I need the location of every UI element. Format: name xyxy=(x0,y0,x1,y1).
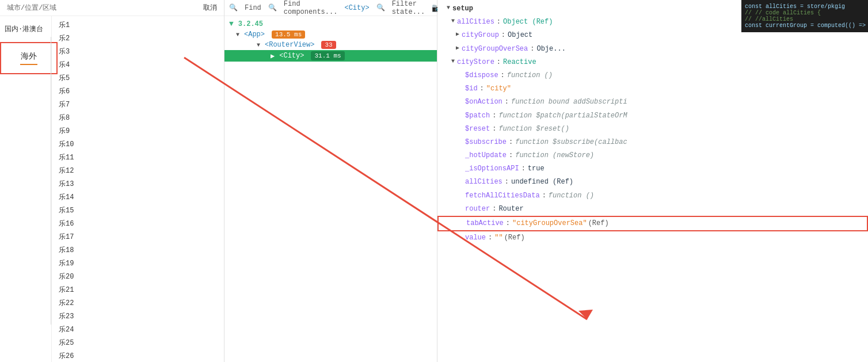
state-value: true xyxy=(528,163,545,174)
list-item[interactable]: 乐11 xyxy=(52,151,224,164)
list-item[interactable]: 乐26 xyxy=(52,349,224,362)
state-value: function $subscribe(callbac xyxy=(515,137,627,148)
routerview-time-badge: 33 xyxy=(321,41,336,49)
state-ref-suffix: (Ref) xyxy=(588,218,609,229)
state-content: ▼ setup ▼ allCities : Object (Ref) ▶ cit… xyxy=(437,0,868,362)
state-key: router xyxy=(465,204,490,215)
state-item-citystore[interactable]: ▼ cityStore : Reactive xyxy=(437,56,868,69)
list-item[interactable]: 乐21 xyxy=(52,283,224,296)
city-content: 国内·港澳台 海外 乐1 乐2 乐3 乐4 乐5 乐6 乐7 乐8 乐9 乐10… xyxy=(0,16,224,362)
list-item[interactable]: 乐10 xyxy=(52,138,224,151)
code-preview-overlay: const allCities = store/pkgig // // code… xyxy=(741,0,868,32)
list-item[interactable]: 乐16 xyxy=(52,217,224,230)
vue-version-badge: 3.2.45 xyxy=(238,20,263,28)
list-item[interactable]: 乐20 xyxy=(52,270,224,283)
list-item[interactable]: 乐18 xyxy=(52,243,224,257)
find-components-label[interactable]: Find components... xyxy=(284,0,338,16)
list-item[interactable]: 乐13 xyxy=(52,177,224,190)
expand-icon: ▶ xyxy=(456,30,459,39)
left-panel: 城市/位置/区域 取消 国内·港澳台 海外 乐1 乐2 乐3 乐4 乐5 乐6 … xyxy=(0,0,224,362)
find-components-icon: 🔍 xyxy=(268,3,277,12)
state-key: _hotUpdate xyxy=(465,150,507,161)
state-value: function $reset() xyxy=(498,124,569,135)
state-item-subscribe: $subscribe : function $subscribe(callbac xyxy=(437,136,868,149)
city-list[interactable]: 乐1 乐2 乐3 乐4 乐5 乐6 乐7 乐8 乐9 乐10 乐11 乐12 乐… xyxy=(52,16,224,362)
state-value: Object (Ref) xyxy=(503,17,553,28)
state-value: function $patch(partialStateOrM xyxy=(498,110,627,121)
tab-domestic[interactable]: 国内·港澳台 xyxy=(0,21,51,37)
list-item[interactable]: 乐7 xyxy=(52,98,224,111)
list-item[interactable]: 乐23 xyxy=(52,310,224,323)
state-key: _isOptionsAPI xyxy=(465,163,519,174)
state-item-tabactive[interactable]: tabActive : "cityGroupOverSea" (Ref) xyxy=(437,216,868,231)
left-header-title: 城市/位置/区域 xyxy=(7,3,56,13)
state-key: allCities xyxy=(465,177,502,188)
app-time-badge: 13.5 ms xyxy=(272,31,305,39)
list-item[interactable]: 乐14 xyxy=(52,190,224,204)
tab-divider xyxy=(51,37,51,325)
state-value: function bound addSubscripti xyxy=(511,97,627,108)
list-item[interactable]: 乐9 xyxy=(52,124,224,138)
app-tag: <App> xyxy=(244,31,265,39)
list-item[interactable]: 乐24 xyxy=(52,323,224,336)
setup-expand-icon: ▼ xyxy=(447,3,450,13)
state-value: Router xyxy=(498,204,523,215)
state-ref-suffix: (Ref) xyxy=(504,233,525,243)
left-header: 城市/位置/区域 取消 xyxy=(0,0,224,16)
state-item-router: router : Router xyxy=(437,203,868,216)
expand-icon: ▼ xyxy=(451,17,455,26)
state-value: Reactive xyxy=(503,57,536,68)
city-time-badge: 31.1 ms xyxy=(311,51,344,60)
list-item[interactable]: 乐15 xyxy=(52,204,224,217)
state-item-patch: $patch : function $patch(partialStateOrM xyxy=(437,109,868,123)
state-value: Obje... xyxy=(536,44,565,55)
routerview-tag: <RouterView> xyxy=(265,41,314,49)
filter-icon: 🔍 xyxy=(376,3,385,12)
city-tag-label: <City> xyxy=(344,4,369,12)
filter-state-label[interactable]: Filter state... xyxy=(392,0,425,16)
tree-item-routerview[interactable]: ▼ <RouterView> 33 xyxy=(224,40,437,50)
state-key: fetchAllCitiesData xyxy=(465,190,540,201)
tree-expand-icon: ▼ xyxy=(236,32,239,38)
state-key: $patch xyxy=(465,110,490,121)
list-item[interactable]: 乐12 xyxy=(52,164,224,177)
state-key: $onAction xyxy=(465,97,502,108)
state-value: undefined (Ref) xyxy=(511,177,573,188)
state-item-onaction: $onAction : function bound addSubscripti xyxy=(437,96,868,109)
cancel-button[interactable]: 取消 xyxy=(203,3,217,13)
find-label[interactable]: Find xyxy=(245,4,261,12)
state-item-hotupdate: _hotUpdate : function (newStore) xyxy=(437,149,868,162)
overseas-underline xyxy=(20,64,37,65)
list-item[interactable]: 乐3 xyxy=(52,45,224,58)
tree-expand-icon: ▼ xyxy=(257,42,260,48)
list-item[interactable]: 乐4 xyxy=(52,58,224,71)
state-key: cityGroup xyxy=(462,30,499,41)
vue-logo: ▼ xyxy=(229,20,234,28)
list-item[interactable]: 乐22 xyxy=(52,296,224,310)
list-item[interactable]: 乐25 xyxy=(52,336,224,349)
list-item[interactable]: 乐8 xyxy=(52,111,224,124)
state-value: function () xyxy=(549,190,594,201)
state-value: function (newStore) xyxy=(515,150,594,161)
state-key: cityGroupOverSea xyxy=(462,44,528,55)
state-key: $subscribe xyxy=(465,137,507,148)
list-item[interactable]: 乐6 xyxy=(52,85,224,98)
tab-overseas[interactable]: 海外 xyxy=(0,42,58,74)
list-item[interactable]: 乐5 xyxy=(52,71,224,85)
code-line-1: const allCities = store/pkgig xyxy=(745,3,865,10)
list-item[interactable]: 乐19 xyxy=(52,257,224,270)
state-item-citygroupoversea[interactable]: ▶ cityGroupOverSea : Obje... xyxy=(437,43,868,56)
list-item[interactable]: 乐2 xyxy=(52,32,224,45)
state-value: Object xyxy=(508,30,532,41)
state-item-value: value : "" (Ref) xyxy=(437,231,868,245)
state-value: "" xyxy=(494,233,502,243)
tree-root[interactable]: ▼ 3.2.45 xyxy=(224,18,437,29)
tree-item-app[interactable]: ▼ <App> 13.5 ms xyxy=(224,29,437,40)
devtools-panel: 🔍 Find 🔍 Find components... <City> 🔍 Fil… xyxy=(224,0,437,362)
tree-item-city[interactable]: ▶ <City> 31.1 ms xyxy=(224,50,437,62)
component-tree: ▼ 3.2.45 ▼ <App> 13.5 ms ▼ <RouterView> … xyxy=(224,16,437,362)
list-item[interactable]: 乐17 xyxy=(52,230,224,243)
list-item[interactable]: 乐1 xyxy=(52,18,224,32)
state-item-id: $id : "city" xyxy=(437,82,868,96)
state-key: $dispose xyxy=(465,70,498,81)
